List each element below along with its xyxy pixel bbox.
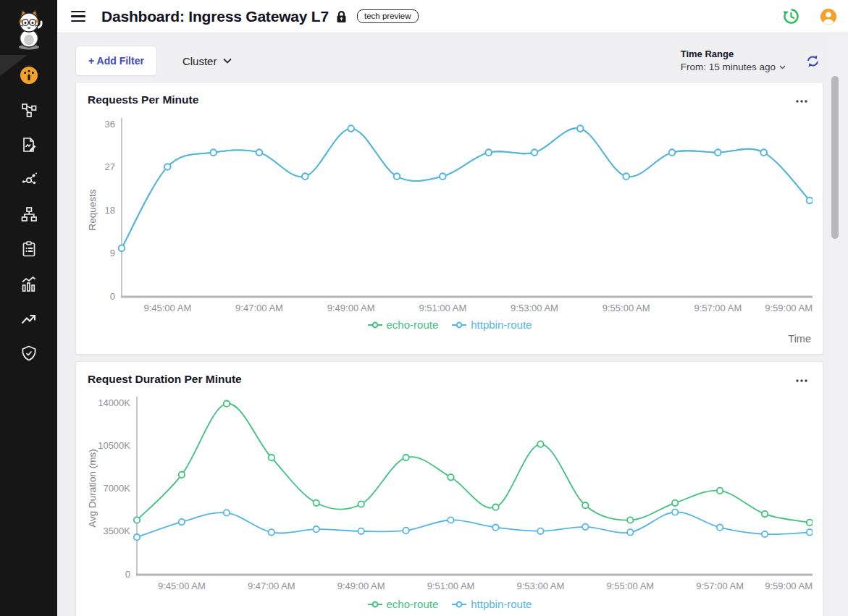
history-button[interactable] (782, 7, 800, 25)
requests-per-minute-chart: 091827369:45:00 AM9:47:00 AM9:49:00 AM9:… (88, 113, 813, 317)
chart-legend: echo-route httpbin-route (88, 598, 811, 610)
legend-item-echo-route[interactable]: echo-route (367, 318, 439, 331)
chevron-down-icon (223, 58, 232, 64)
svg-text:9:59:00 AM: 9:59:00 AM (765, 303, 813, 313)
sidebar-item-services[interactable] (0, 162, 57, 197)
refresh-icon (806, 54, 820, 68)
svg-text:9:59:00 AM: 9:59:00 AM (765, 581, 813, 591)
svg-text:9:45:00 AM: 9:45:00 AM (158, 581, 206, 591)
ellipsis-icon (795, 379, 808, 383)
trend-arrow-icon (20, 310, 38, 328)
svg-text:36: 36 (105, 119, 115, 130)
svg-text:7000K: 7000K (103, 483, 130, 494)
sidebar-item-dashboards[interactable] (0, 58, 57, 93)
legend-marker-icon (367, 321, 383, 329)
service-mesh-icon (20, 171, 38, 188)
sitemap-icon (20, 206, 38, 223)
user-avatar-icon (820, 8, 837, 25)
refresh-button[interactable] (806, 54, 820, 68)
card-menu-button[interactable] (792, 93, 811, 107)
metrics-chart-icon (20, 275, 38, 293)
card-title: Request Duration Per Minute (88, 373, 242, 386)
legend-marker-icon (451, 321, 467, 329)
svg-text:18: 18 (105, 205, 115, 216)
svg-text:9:51:00 AM: 9:51:00 AM (419, 303, 466, 313)
x-axis-title: Time (88, 333, 811, 345)
sidebar-item-trends[interactable] (0, 301, 57, 336)
cluster-dropdown[interactable]: Cluster (178, 54, 237, 68)
tech-preview-badge: tech preview (357, 9, 419, 23)
scrollbar-thumb[interactable] (831, 76, 839, 239)
gauge-dashboard-icon (19, 65, 39, 85)
svg-text:0: 0 (110, 291, 115, 302)
svg-text:9:55:00 AM: 9:55:00 AM (603, 303, 650, 313)
svg-text:9:57:00 AM: 9:57:00 AM (696, 581, 744, 591)
svg-text:9:57:00 AM: 9:57:00 AM (694, 303, 742, 313)
cat-mascot-logo[interactable] (12, 9, 46, 51)
card-menu-button[interactable] (792, 373, 811, 387)
card-title: Requests Per Minute (88, 93, 198, 106)
request-duration-chart: 03500K7000K10500K14000K9:45:00 AM9:47:00… (88, 392, 813, 596)
chevron-down-icon (779, 65, 786, 69)
svg-text:9:49:00 AM: 9:49:00 AM (337, 581, 385, 591)
svg-text:9:53:00 AM: 9:53:00 AM (517, 581, 565, 591)
requests-per-minute-card: Requests Per Minute 091827369:45:00 AM9:… (75, 82, 823, 355)
sidebar-item-registry[interactable] (0, 232, 57, 266)
legend-marker-icon (367, 600, 383, 609)
svg-text:Avg Duration (ms): Avg Duration (ms) (88, 449, 98, 528)
clipboard-list-icon (20, 240, 38, 258)
svg-text:9:45:00 AM: 9:45:00 AM (143, 303, 191, 313)
legend-item-httpbin-route[interactable]: httpbin-route (451, 598, 532, 610)
sidebar-item-zones[interactable] (0, 197, 57, 232)
svg-text:0: 0 (125, 569, 130, 580)
legend-marker-icon (451, 600, 467, 609)
filter-toolbar: + Add Filter Cluster Time Range From: 15… (75, 45, 823, 77)
dashboard-content: + Add Filter Cluster Time Range From: 15… (57, 33, 848, 616)
svg-text:9:51:00 AM: 9:51:00 AM (427, 581, 475, 591)
history-icon (782, 7, 800, 25)
sidebar-item-metrics[interactable] (0, 266, 57, 301)
ellipsis-icon (795, 99, 808, 104)
legend-item-httpbin-route[interactable]: httpbin-route (451, 318, 532, 331)
svg-text:9:49:00 AM: 9:49:00 AM (327, 303, 375, 313)
request-duration-card: Request Duration Per Minute 03500K7000K1… (75, 361, 823, 616)
cluster-label: Cluster (182, 55, 217, 67)
sidebar-nav (0, 58, 57, 371)
svg-text:27: 27 (105, 161, 115, 172)
time-range-selector[interactable]: Time Range From: 15 minutes ago (681, 48, 786, 74)
time-range-label: Time Range (681, 48, 786, 61)
cat-mascot-icon (12, 9, 46, 51)
chart-legend: echo-route httpbin-route (88, 318, 811, 331)
svg-text:9:55:00 AM: 9:55:00 AM (606, 581, 654, 591)
svg-text:3500K: 3500K (103, 526, 130, 536)
user-avatar[interactable] (820, 8, 837, 25)
svg-text:9:53:00 AM: 9:53:00 AM (511, 303, 558, 313)
header: Dashboard: Ingress Gateway L7 tech previ… (57, 0, 848, 33)
topology-icon (20, 101, 38, 119)
document-edit-icon (20, 136, 38, 153)
sidebar (0, 0, 57, 616)
shield-check-icon (20, 345, 38, 362)
add-filter-button[interactable]: + Add Filter (75, 46, 157, 76)
svg-text:9:47:00 AM: 9:47:00 AM (248, 581, 295, 591)
sidebar-item-security[interactable] (0, 336, 57, 371)
time-range-value: From: 15 minutes ago (681, 61, 776, 74)
lock-icon (336, 10, 347, 23)
sidebar-item-policies[interactable] (0, 127, 57, 162)
svg-text:9: 9 (110, 248, 115, 258)
svg-text:9:47:00 AM: 9:47:00 AM (235, 303, 283, 313)
svg-text:10500K: 10500K (98, 440, 130, 451)
hamburger-icon[interactable] (71, 11, 85, 22)
legend-item-echo-route[interactable]: echo-route (367, 598, 439, 610)
svg-text:Requests: Requests (88, 189, 98, 230)
svg-text:14000K: 14000K (98, 397, 130, 408)
sidebar-item-topology[interactable] (0, 93, 57, 127)
page-title: Dashboard: Ingress Gateway L7 (101, 8, 329, 25)
